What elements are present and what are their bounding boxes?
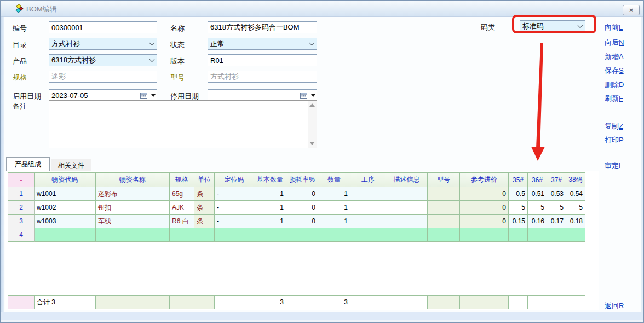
col-header-desc[interactable]: 描述信息 [386,173,428,187]
cell-name[interactable]: 车线 [96,215,170,228]
cell-s35[interactable]: 5 [509,201,528,215]
col-header-s36[interactable]: 36# [528,173,547,187]
chevron-down-icon[interactable] [147,55,157,66]
cell-loss[interactable]: 0 [286,187,318,201]
cell-pos[interactable]: - [215,187,254,201]
cell-proc[interactable] [350,201,386,215]
chevron-down-icon[interactable] [147,38,157,49]
cell-s37[interactable] [547,228,566,242]
code-input[interactable]: 00300001 [49,21,157,33]
nav-back-link[interactable]: 返回R [605,301,624,311]
cell-s36[interactable]: 0.51 [528,187,547,201]
cell-loss[interactable] [286,228,318,242]
col-header-s35[interactable]: 35# [509,173,528,187]
cell-s38[interactable]: 0.54 [566,187,585,201]
cell-name[interactable] [96,228,170,242]
start-date-picker[interactable]: 2023-07-05 [49,89,157,101]
cell-s36[interactable]: 0.16 [528,215,547,228]
nav-refresh-link[interactable]: 刷新F [605,94,623,103]
cell-qty[interactable] [318,228,350,242]
cell-spec[interactable]: R6 白 [170,215,194,228]
cell-desc[interactable] [386,215,428,228]
col-header-proc[interactable]: 工序 [350,173,386,187]
cell-proc[interactable] [350,187,386,201]
cell-s38[interactable] [566,228,585,242]
cell-spec[interactable]: 65g [170,187,194,201]
cell-refprice[interactable]: 0 [460,201,509,215]
size-type-select[interactable]: 标准码 [520,20,585,32]
nav-copy-link[interactable]: 复制Z [605,122,623,131]
spec-input[interactable]: 迷彩 [49,71,157,83]
scroll-down-icon[interactable] [309,142,315,145]
cell-loss[interactable]: 0 [286,215,318,228]
cell-code[interactable]: w1003 [34,215,96,228]
cell-idx[interactable]: 4 [8,228,34,242]
cell-s36[interactable] [528,228,547,242]
cell-s36[interactable]: 5 [528,201,547,215]
cell-name[interactable]: 迷彩布 [96,187,170,201]
nav-add-link[interactable]: 新增A [605,52,624,62]
cell-model[interactable] [428,201,460,215]
nav-save-link[interactable]: 保存S [605,66,624,76]
dropdown-arrow-icon[interactable] [150,90,157,101]
cell-idx[interactable]: 1 [8,187,34,201]
cell-baseqty[interactable]: 1 [254,201,286,215]
col-header-spec[interactable]: 规格 [170,173,194,187]
catalog-select[interactable]: 方式衬衫 [49,38,157,50]
col-header-qty[interactable]: 数量 [318,173,350,187]
cell-baseqty[interactable]: 1 [254,215,286,228]
close-icon[interactable]: × [623,5,640,15]
cell-pos[interactable]: - [215,201,254,215]
cell-spec[interactable]: AJK [170,201,194,215]
cell-s37[interactable]: 0.53 [547,187,566,201]
nav-delete-link[interactable]: 删除D [605,80,624,90]
col-header-pos[interactable]: 定位码 [215,173,254,187]
col-header-idx[interactable]: - [8,173,34,187]
nav-approve-link[interactable]: 审定L [605,161,623,171]
cell-baseqty[interactable] [254,228,286,242]
cell-desc[interactable] [386,187,428,201]
model-input[interactable]: 方式衬衫 [208,71,317,83]
cell-code[interactable] [34,228,96,242]
col-header-name[interactable]: 物资名称 [96,173,170,187]
nav-prev-link[interactable]: 向前L [605,22,623,32]
remarks-scrollbar[interactable] [308,101,317,148]
nav-print-link[interactable]: 打印P [605,135,624,145]
cell-qty[interactable]: 1 [318,215,350,228]
cell-model[interactable] [428,187,460,201]
scroll-up-icon[interactable] [309,103,315,107]
cell-desc[interactable] [386,201,428,215]
cell-unit[interactable] [194,228,215,242]
cell-idx[interactable]: 3 [8,215,34,228]
cell-idx[interactable]: 2 [8,201,34,215]
col-header-unit[interactable]: 单位 [194,173,215,187]
tab-product-composition[interactable]: 产品组成 [6,157,50,171]
cell-model[interactable] [428,228,460,242]
col-header-code[interactable]: 物资代码 [34,173,96,187]
product-select[interactable]: 6318方式衬衫 [49,54,157,66]
cell-refprice[interactable] [460,228,509,242]
stop-date-picker[interactable] [208,89,317,101]
version-input[interactable]: R01 [208,54,317,66]
nav-next-link[interactable]: 向后N [605,38,624,48]
cell-baseqty[interactable]: 1 [254,187,286,201]
cell-qty[interactable]: 1 [318,187,350,201]
cell-s35[interactable]: 0.15 [509,215,528,228]
cell-pos[interactable] [215,228,254,242]
cell-s38[interactable]: 5 [566,201,585,215]
dropdown-arrow-icon[interactable] [309,90,317,101]
name-input[interactable]: 6318方式衬衫多码合一BOM [208,21,317,33]
tab-related-files[interactable]: 相关文件 [51,159,91,171]
cell-refprice[interactable]: 0 [460,187,509,201]
cell-s35[interactable] [509,228,528,242]
cell-proc[interactable] [350,215,386,228]
col-header-refprice[interactable]: 参考进价 [460,173,509,187]
cell-code[interactable]: w1001 [34,187,96,201]
cell-name[interactable]: 钮扣 [96,201,170,215]
cell-loss[interactable]: 0 [286,201,318,215]
col-header-model[interactable]: 型号 [428,173,460,187]
cell-unit[interactable]: 条 [194,187,215,201]
cell-unit[interactable]: 条 [194,201,215,215]
col-header-baseqty[interactable]: 基本数量 [254,173,286,187]
col-header-s38[interactable]: 38码 [566,173,585,187]
